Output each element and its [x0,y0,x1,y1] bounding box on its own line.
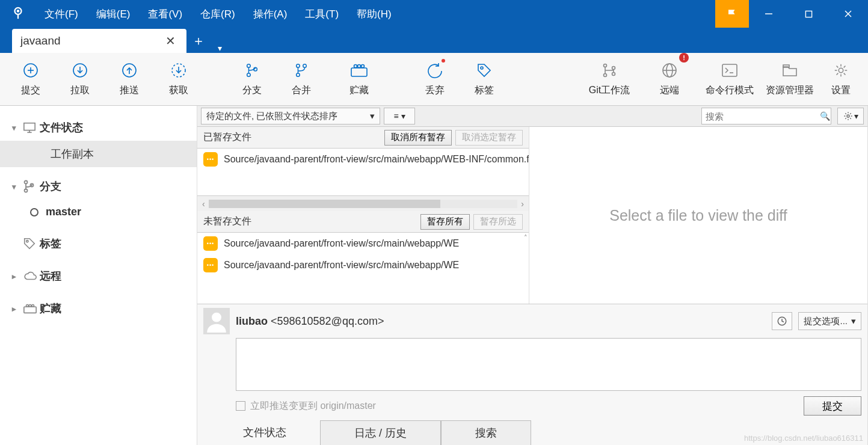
alert-badge: ! [679,53,689,63]
commit-header: liubao <598610582@qq.com> 提交选项...▾ [203,308,861,334]
toolbar-group-discard: 丢弃 标签 [410,54,509,105]
fetch-icon [170,61,188,79]
gear-icon [832,61,850,79]
file-row[interactable]: ••• Source/javaand-parent/front-view/src… [197,149,529,170]
cloud-icon [23,271,40,281]
file-row[interactable]: ••• Source/javaand-parent/front-view/src… [197,233,529,254]
section-head-tags[interactable]: ▸ 标签 [0,230,197,257]
chevron-down-icon: ▾ [12,182,23,191]
section-head-file-status[interactable]: ▾ 文件状态 [0,114,197,141]
merge-button[interactable]: 合并 [277,54,326,105]
new-tab-button[interactable]: ＋ [186,29,211,53]
svg-point-28 [604,74,607,77]
section-head-branches[interactable]: ▾ 分支 [0,173,197,200]
branch-dot-icon [30,208,38,216]
push-button[interactable]: 推送 [105,54,154,105]
sidebar-item-master[interactable]: master [0,200,197,224]
svg-point-48 [32,305,34,307]
svg-point-1 [17,10,20,13]
maximize-button[interactable] [789,0,828,28]
stage-all-button[interactable]: 暂存所有 [420,214,470,230]
search-input[interactable] [706,111,820,121]
tab-log-history[interactable]: 日志 / 历史 [320,420,441,445]
filter-dropdown[interactable]: 待定的文件, 已依照文件状态排序▾ [201,108,380,124]
menu-help[interactable]: 帮助(H) [348,4,400,25]
close-button[interactable] [828,0,868,28]
section-head-remotes[interactable]: ▸ 远程 [0,263,197,289]
tab-dropdown[interactable]: ▾ [211,43,229,53]
scroll-right-icon[interactable]: › [521,199,524,209]
menu-tools[interactable]: 工具(T) [297,4,347,25]
branch-icon [243,61,261,79]
search-box[interactable]: 🔍 [701,108,831,124]
commit-author: liubao <598610582@qq.com> [236,315,384,328]
branch-button[interactable]: 分支 [227,54,277,105]
section-file-status: ▾ 文件状态 工作副本 [0,114,197,167]
tag-icon [475,61,493,79]
terminal-button[interactable]: 命令行模式 [700,54,760,105]
window-controls [715,0,868,28]
watermark: https://blog.csdn.net/liubao616311 [744,434,863,443]
staged-hscroll[interactable]: ‹ › [197,195,529,211]
stage-selected-button[interactable]: 暂存所选 [473,214,523,230]
remote-button[interactable]: ! 远端 [639,54,700,105]
file-lists: 已暂存文件 取消所有暂存 取消选定暂存 ••• Source/javaand-p… [197,127,867,304]
svg-point-25 [362,65,365,68]
fetch-button[interactable]: 获取 [154,54,203,105]
svg-point-49 [847,115,849,117]
commit-button[interactable]: 提交 [6,54,55,105]
toolbar-group-right: Git工作流 ! 远端 命令行模式 资源管理器 设置 [579,54,862,105]
commit-submit-button[interactable]: 提交 [804,396,861,416]
svg-point-41 [25,181,28,184]
branch-icon [23,180,40,193]
section-head-stashes[interactable]: ▸ 贮藏 [0,295,197,322]
unstage-selected-button[interactable]: 取消选定暂存 [455,130,523,146]
repo-tab[interactable]: javaand ✕ [12,29,186,53]
tag-icon [23,237,40,250]
unstaged-header: 未暂存文件 暂存所有 暂存所选 [197,211,529,233]
gitflow-icon [600,61,618,79]
lists-column: 已暂存文件 取消所有暂存 取消选定暂存 ••• Source/javaand-p… [197,127,529,304]
settings-button[interactable]: 设置 [820,54,862,105]
discard-button[interactable]: 丢弃 [410,54,460,105]
scroll-up-icon[interactable]: ˄ [524,234,528,242]
tab-search[interactable]: 搜索 [441,420,531,445]
file-modified-icon: ••• [203,258,218,272]
file-row[interactable]: ••• Source/javaand-parent/front-view/src… [197,254,529,276]
chevron-down-icon: ▾ [370,111,375,121]
unstaged-file-list[interactable]: ˄ ••• Source/javaand-parent/front-view/s… [197,233,529,304]
section-tags: ▸ 标签 [0,230,197,257]
commit-options-dropdown[interactable]: 提交选项...▾ [798,312,861,330]
minimize-button[interactable] [749,0,789,28]
tab-file-status[interactable]: 文件状态 [209,420,320,445]
tab-bar: javaand ✕ ＋ ▾ [0,28,868,53]
chevron-right-icon: ▸ [12,272,23,281]
menu-view[interactable]: 查看(V) [140,4,191,25]
search-icon: 🔍 [820,111,830,121]
sidebar-item-working-copy[interactable]: 工作副本 [0,141,197,167]
stash-button[interactable]: 贮藏 [326,54,392,105]
gitflow-button[interactable]: Git工作流 [579,54,639,105]
unstage-all-button[interactable]: 取消所有暂存 [384,130,452,146]
history-button[interactable] [772,312,792,330]
explorer-button[interactable]: 资源管理器 [760,54,820,105]
toolbar-group-branch: 分支 合并 贮藏 [227,54,392,105]
pull-button[interactable]: 拉取 [55,54,105,105]
staged-file-list[interactable]: ••• Source/javaand-parent/front-view/src… [197,149,529,195]
view-mode-dropdown[interactable]: ≡ ▾ [384,108,415,124]
push-immediately-checkbox[interactable] [236,401,245,411]
scroll-left-icon[interactable]: ‹ [202,199,205,209]
svg-rect-34 [722,64,737,76]
menu-actions[interactable]: 操作(A) [245,4,296,25]
menu-edit[interactable]: 编辑(E) [88,4,139,25]
options-gear-dropdown[interactable]: ▾ [837,108,864,124]
commit-message-input[interactable] [236,338,861,391]
tab-close-icon[interactable]: ✕ [163,34,178,48]
flag-button[interactable] [715,0,749,28]
plus-circle-icon [22,61,40,79]
tag-button[interactable]: 标签 [460,54,509,105]
svg-rect-45 [24,307,36,313]
menu-repo[interactable]: 仓库(R) [192,4,244,25]
menu-file[interactable]: 文件(F) [36,4,87,25]
chevron-right-icon: ▸ [12,304,23,313]
